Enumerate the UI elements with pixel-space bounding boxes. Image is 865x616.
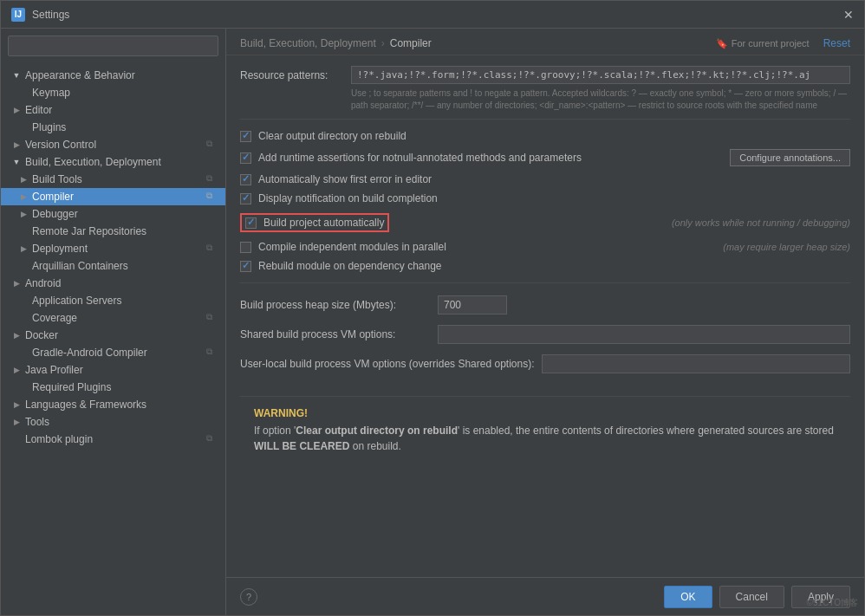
sidebar-item-coverage[interactable]: Coverage ⧉ <box>1 309 225 327</box>
clear-output-checkbox[interactable] <box>240 131 251 142</box>
rebuild-dependency-row: Rebuild module on dependency change <box>240 256 850 276</box>
search-input[interactable] <box>8 36 218 56</box>
settings-window: IJ Settings ✕ ▼ Appearance & Behavior Ke… <box>0 0 865 616</box>
sidebar-tree: ▼ Appearance & Behavior Keymap ▶ Editor … <box>1 63 225 615</box>
sidebar-item-label: Java Profiler <box>25 364 83 376</box>
shared-vm-row: Shared build process VM options: <box>240 320 850 349</box>
add-assertions-checkbox[interactable] <box>240 152 251 164</box>
build-automatically-checkbox[interactable] <box>245 217 257 229</box>
window-title: Settings <box>32 9 69 21</box>
show-first-error-checkbox[interactable] <box>240 174 251 185</box>
sidebar-item-label: Deployment <box>32 243 88 255</box>
spacer-icon <box>18 261 29 271</box>
ok-button[interactable]: OK <box>664 586 712 608</box>
sidebar-item-build-tools[interactable]: ▶ Build Tools ⧉ <box>1 171 225 188</box>
sidebar-item-arquillian-containers[interactable]: Arquillian Containers <box>1 257 225 275</box>
resource-patterns-input[interactable] <box>351 66 850 84</box>
compile-parallel-label: Compile independent modules in parallel <box>258 241 446 253</box>
build-automatically-note: (only works while not running / debuggin… <box>672 217 850 228</box>
sidebar-item-label: Build Tools <box>32 173 82 185</box>
sidebar-item-gradle-android-compiler[interactable]: Gradle-Android Compiler ⧉ <box>1 344 225 361</box>
watermark: ©51CTO博客 <box>807 597 858 609</box>
external-link-icon: ⧉ <box>206 433 218 445</box>
external-link-icon: ⧉ <box>206 173 218 185</box>
external-link-icon: ⧉ <box>206 347 218 359</box>
sidebar-item-appearance-behavior[interactable]: ▼ Appearance & Behavior <box>1 67 225 84</box>
reset-button[interactable]: Reset <box>823 37 850 49</box>
expand-arrow-icon: ▼ <box>11 157 22 167</box>
build-automatically-row: Build project automatically (only works … <box>240 208 850 237</box>
sidebar-item-label: Appearance & Behavior <box>25 69 135 81</box>
sidebar-item-label: Docker <box>25 329 58 341</box>
sidebar-item-build-execution-deployment[interactable]: ▼ Build, Execution, Deployment <box>1 153 225 171</box>
heap-size-input[interactable] <box>438 295 507 314</box>
close-button[interactable]: ✕ <box>843 8 854 22</box>
expand-arrow-icon: ▶ <box>18 174 29 185</box>
spacer-icon <box>18 382 29 392</box>
cancel-button[interactable]: Cancel <box>719 586 784 608</box>
spacer-icon <box>18 226 29 237</box>
sidebar-item-languages-frameworks[interactable]: ▶ Languages & Frameworks <box>1 396 225 413</box>
external-link-icon: ⧉ <box>206 312 218 324</box>
sidebar-item-docker[interactable]: ▶ Docker <box>1 327 225 344</box>
show-first-error-label: Automatically show first error in editor <box>258 173 432 185</box>
expand-arrow-icon: ▶ <box>11 330 22 340</box>
rebuild-dependency-label: Rebuild module on dependency change <box>258 260 442 272</box>
sidebar-item-java-profiler[interactable]: ▶ Java Profiler <box>1 361 225 379</box>
expand-arrow-icon: ▶ <box>18 191 29 202</box>
sidebar-item-remote-jar-repositories[interactable]: Remote Jar Repositories <box>1 223 225 240</box>
external-link-icon: ⧉ <box>206 139 218 151</box>
shared-vm-input[interactable] <box>438 325 850 344</box>
warning-title: WARNING! <box>254 407 836 419</box>
sidebar-item-lombok-plugin[interactable]: Lombok plugin ⧉ <box>1 431 225 448</box>
for-current-project: 🔖 For current project <box>716 38 810 49</box>
sidebar-item-application-servers[interactable]: Application Servers <box>1 292 225 309</box>
expand-arrow-icon: ▶ <box>11 278 22 289</box>
sidebar-item-required-plugins[interactable]: Required Plugins <box>1 379 225 396</box>
spacer-icon <box>18 88 29 98</box>
settings-panel: Resource patterns: Use ; to separate pat… <box>226 55 864 577</box>
rebuild-dependency-checkbox[interactable] <box>240 261 251 272</box>
sidebar-item-compiler[interactable]: ▶ Compiler ⧉ <box>1 188 225 205</box>
main-content: Build, Execution, Deployment › Compiler … <box>226 29 864 615</box>
external-link-icon: ⧉ <box>206 243 218 255</box>
add-assertions-row: Add runtime assertions for notnull-annot… <box>240 146 850 170</box>
display-notification-checkbox[interactable] <box>240 193 251 204</box>
sidebar-item-version-control[interactable]: ▶ Version Control ⧉ <box>1 136 225 153</box>
add-assertions-left: Add runtime assertions for notnull-annot… <box>240 152 582 164</box>
bottom-left: ? <box>240 588 257 606</box>
sidebar-item-tools[interactable]: ▶ Tools <box>1 413 225 431</box>
sidebar-item-label: Version Control <box>25 139 96 151</box>
sidebar-item-editor[interactable]: ▶ Editor <box>1 101 225 119</box>
compile-parallel-row: Compile independent modules in parallel … <box>240 237 850 256</box>
display-notification-row: Display notification on build completion <box>240 189 850 208</box>
main-layout: ▼ Appearance & Behavior Keymap ▶ Editor … <box>1 29 864 615</box>
sidebar-item-label: Keymap <box>32 87 70 99</box>
spacer-icon <box>18 122 29 133</box>
sidebar-item-android[interactable]: ▶ Android <box>1 275 225 292</box>
user-local-vm-input[interactable] <box>542 354 851 373</box>
sidebar-item-plugins[interactable]: Plugins <box>1 119 225 136</box>
configure-annotations-button[interactable]: Configure annotations... <box>730 149 850 166</box>
expand-arrow-icon: ▼ <box>11 70 22 81</box>
sidebar-item-label: Plugins <box>32 121 66 133</box>
sidebar-item-keymap[interactable]: Keymap <box>1 84 225 101</box>
spacer-icon <box>18 295 29 306</box>
compile-parallel-checkbox[interactable] <box>240 242 251 253</box>
help-button[interactable]: ? <box>240 588 257 606</box>
divider-2 <box>240 282 850 283</box>
expand-arrow-icon: ▶ <box>11 417 22 427</box>
sidebar-item-label: Required Plugins <box>32 381 111 393</box>
warning-box: WARNING! If option 'Clear output directo… <box>240 396 850 464</box>
sidebar-item-label: Remote Jar Repositories <box>32 225 146 237</box>
spacer-icon <box>18 347 29 358</box>
resource-patterns-row: Resource patterns: Use ; to separate pat… <box>240 66 850 112</box>
build-automatically-highlight: Build project automatically <box>240 213 389 232</box>
user-local-vm-label: User-local build process VM options (ove… <box>240 358 535 370</box>
show-first-error-row: Automatically show first error in editor <box>240 170 850 189</box>
sidebar-item-deployment[interactable]: ▶ Deployment ⧉ <box>1 240 225 257</box>
breadcrumb-sep: › <box>381 37 385 49</box>
expand-arrow-icon: ▶ <box>11 365 22 375</box>
sidebar-item-debugger[interactable]: ▶ Debugger <box>1 205 225 223</box>
app-icon: IJ <box>11 8 25 22</box>
